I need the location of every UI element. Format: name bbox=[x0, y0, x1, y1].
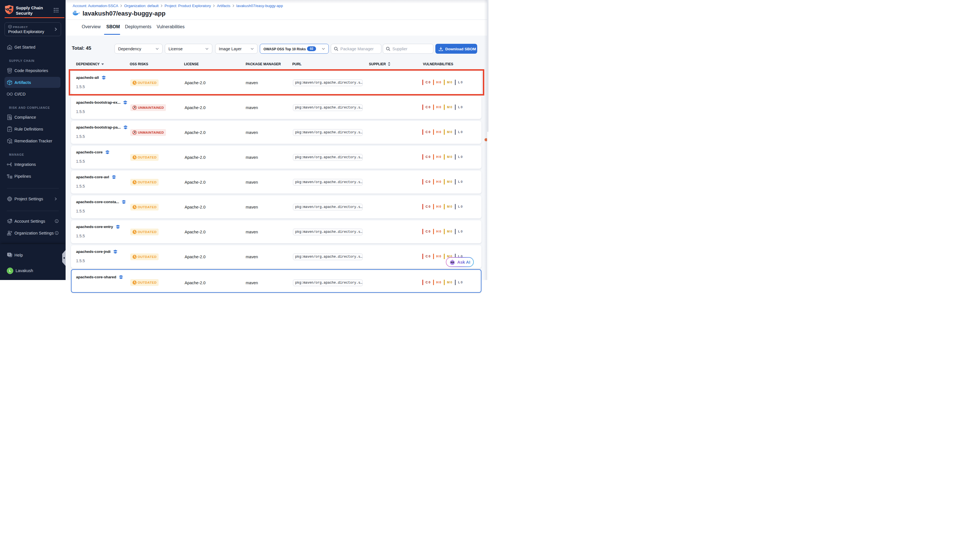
svg-text:?: ? bbox=[8, 253, 10, 256]
